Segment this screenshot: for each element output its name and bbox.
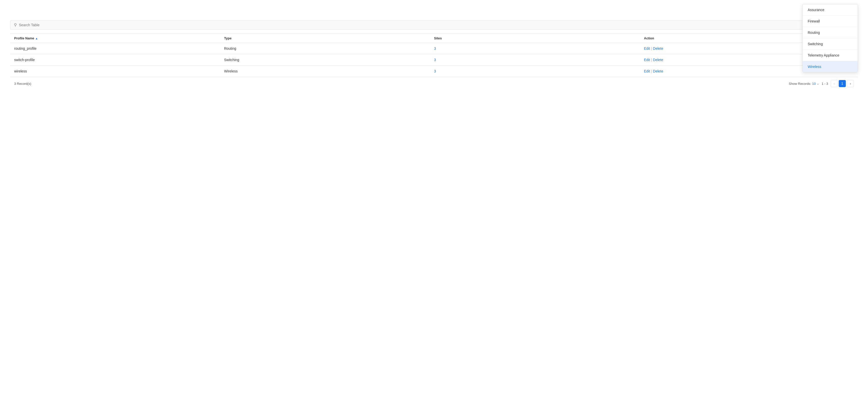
action-separator-2: |: [651, 69, 652, 73]
cell-sites-1[interactable]: 3: [434, 58, 644, 62]
page-range: 1 - 3: [822, 82, 828, 86]
cell-sites-0[interactable]: 3: [434, 47, 644, 51]
table-row: routing_profile Routing 3 Edit | Delete: [10, 43, 858, 54]
edit-button-2[interactable]: Edit: [644, 69, 650, 73]
cell-profile-name-0: routing_profile: [14, 47, 224, 51]
edit-button-1[interactable]: Edit: [644, 58, 650, 62]
sort-asc-icon: ▲: [35, 37, 38, 40]
delete-button-2[interactable]: Delete: [653, 69, 663, 73]
table-footer: 3 Record(s) Show Records: 10 ⌄ 1 - 3 ‹ 1…: [10, 77, 858, 90]
dropdown-item-wireless[interactable]: Wireless: [803, 61, 858, 72]
col-label-action: Action: [644, 36, 654, 40]
cell-profile-name-2: wireless: [14, 69, 224, 73]
record-count: 3 Record(s): [14, 82, 31, 86]
add-profile-dropdown: Assurance Firewall Routing Switching Tel…: [802, 4, 858, 72]
table-header: Profile Name ▲ Type Sites Action: [10, 34, 858, 43]
show-records-dropdown-icon[interactable]: ⌄: [817, 82, 819, 85]
show-records-label: Show Records:: [789, 82, 811, 86]
page-1-button[interactable]: 1: [839, 80, 846, 87]
dropdown-item-assurance[interactable]: Assurance: [803, 4, 858, 16]
prev-page-button[interactable]: ‹: [831, 80, 838, 87]
cell-type-2: Wireless: [224, 69, 434, 73]
edit-button-0[interactable]: Edit: [644, 47, 650, 51]
search-input[interactable]: [19, 23, 854, 27]
dropdown-item-routing[interactable]: Routing: [803, 27, 858, 38]
cell-type-0: Routing: [224, 47, 434, 51]
next-page-button[interactable]: ›: [847, 80, 854, 87]
delete-button-0[interactable]: Delete: [653, 47, 663, 51]
col-label-profile-name: Profile Name: [14, 36, 34, 40]
page-container: + Add Profile ⚲ Profile Name ▲ Type Site…: [0, 0, 868, 413]
top-bar: + Add Profile: [10, 5, 858, 15]
pagination-right: Show Records: 10 ⌄ 1 - 3 ‹ 1 ›: [789, 80, 854, 87]
search-bar: ⚲: [10, 20, 858, 30]
delete-button-1[interactable]: Delete: [653, 58, 663, 62]
action-separator-1: |: [651, 58, 652, 62]
profile-table: Profile Name ▲ Type Sites Action routing…: [10, 34, 858, 77]
action-separator-0: |: [651, 47, 652, 51]
search-icon: ⚲: [14, 23, 17, 27]
col-label-type: Type: [224, 36, 231, 40]
dropdown-item-telemetry[interactable]: Telemetry Appliance: [803, 50, 858, 61]
col-label-sites: Sites: [434, 36, 442, 40]
col-header-type[interactable]: Type: [224, 36, 434, 40]
cell-sites-2[interactable]: 3: [434, 69, 644, 73]
page-nav: ‹ 1 ›: [831, 80, 854, 87]
show-records-value[interactable]: 10: [812, 82, 816, 86]
cell-type-1: Switching: [224, 58, 434, 62]
col-header-sites[interactable]: Sites: [434, 36, 644, 40]
cell-profile-name-1: switch-profile: [14, 58, 224, 62]
dropdown-item-firewall[interactable]: Firewall: [803, 16, 858, 27]
col-header-profile-name[interactable]: Profile Name ▲: [14, 36, 224, 40]
dropdown-item-switching[interactable]: Switching: [803, 38, 858, 50]
table-row: switch-profile Switching 3 Edit | Delete: [10, 54, 858, 66]
table-row: wireless Wireless 3 Edit | Delete: [10, 66, 858, 77]
show-records: Show Records: 10 ⌄: [789, 82, 819, 86]
